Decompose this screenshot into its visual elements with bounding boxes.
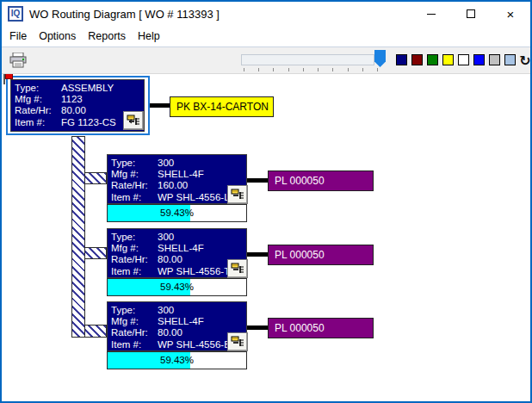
color-swatch-lightblue[interactable] bbox=[504, 54, 516, 65]
operation-node-3[interactable]: Type:300 Mfg #:SHELL-4F Rate/Hr:80.00 It… bbox=[107, 301, 247, 351]
field-value: 1123 bbox=[61, 94, 83, 104]
refresh-icon: ↻ bbox=[519, 53, 530, 69]
field-label: Rate/Hr: bbox=[111, 254, 158, 265]
menu-file[interactable]: File bbox=[3, 28, 33, 45]
material-label: PL 000050 bbox=[275, 175, 325, 187]
wo-routing-diagram-window: IQ WO Routing Diagram [ WO # 113393 ] × … bbox=[0, 0, 532, 403]
field-label: Rate/Hr: bbox=[111, 180, 158, 191]
progress-bar-3: 59.43% bbox=[107, 351, 247, 369]
routing-branch-band-3 bbox=[84, 325, 107, 338]
print-button[interactable] bbox=[7, 51, 29, 70]
zoom-slider-ticks bbox=[244, 68, 378, 71]
material-label: PK BX-14-CARTON bbox=[176, 101, 269, 113]
field-label: Mfg #: bbox=[111, 316, 158, 327]
refresh-button[interactable]: ↻ bbox=[517, 50, 532, 71]
routing-branch-band-2 bbox=[84, 247, 107, 259]
field-value: 80.00 bbox=[158, 254, 182, 264]
progress-label: 59.43% bbox=[108, 352, 246, 369]
field-value: WP SHL-4556-T bbox=[158, 266, 230, 276]
field-label: Type: bbox=[111, 305, 158, 316]
field-label: Mfg #: bbox=[111, 169, 158, 180]
material-connector bbox=[247, 326, 268, 330]
routing-tree-icon bbox=[231, 336, 245, 348]
field-value: WP SHL-4556-B bbox=[158, 339, 231, 350]
material-connector bbox=[247, 178, 268, 183]
material-label: PL 000050 bbox=[275, 322, 325, 334]
field-value: 80.00 bbox=[158, 327, 182, 338]
material-connector bbox=[150, 103, 170, 108]
field-value: ASSEMBLY bbox=[61, 83, 114, 93]
field-label: Type: bbox=[111, 158, 158, 169]
field-value: SHELL-4F bbox=[158, 316, 204, 326]
color-swatch-blue[interactable] bbox=[473, 54, 485, 65]
field-label: Item #: bbox=[111, 266, 158, 277]
material-label: PL 000050 bbox=[275, 249, 325, 261]
color-swatch-green[interactable] bbox=[427, 54, 438, 65]
expand-routing-button[interactable] bbox=[227, 259, 248, 278]
field-value: 300 bbox=[158, 232, 174, 242]
color-swatch-darkred[interactable] bbox=[411, 54, 423, 65]
material-box-pl-2[interactable]: PL 000050 bbox=[268, 245, 374, 265]
field-label: Rate/Hr: bbox=[111, 327, 158, 338]
expand-routing-button[interactable] bbox=[227, 185, 248, 204]
material-box-carton[interactable]: PK BX-14-CARTON bbox=[170, 96, 274, 117]
minimize-icon bbox=[427, 14, 436, 15]
routing-tree-icon bbox=[127, 115, 141, 127]
expand-routing-button[interactable] bbox=[123, 111, 144, 130]
toolbar: ↻ bbox=[2, 46, 530, 74]
field-label: Type: bbox=[15, 83, 61, 94]
routing-trunk-band bbox=[71, 136, 85, 338]
field-value: SHELL-4F bbox=[158, 169, 204, 179]
maximize-button[interactable] bbox=[451, 2, 491, 26]
progress-label: 59.43% bbox=[108, 279, 246, 295]
field-value: 300 bbox=[158, 305, 174, 315]
field-value: 80.00 bbox=[61, 105, 86, 115]
routing-tree-icon bbox=[231, 189, 245, 201]
title-bar: IQ WO Routing Diagram [ WO # 113393 ] × bbox=[2, 2, 530, 26]
menu-reports[interactable]: Reports bbox=[82, 28, 132, 45]
app-icon: IQ bbox=[8, 6, 23, 22]
color-swatch-gray[interactable] bbox=[489, 54, 500, 65]
progress-label: 59.43% bbox=[108, 205, 246, 221]
color-swatch-white[interactable] bbox=[458, 54, 469, 65]
field-label: Item #: bbox=[111, 192, 158, 203]
routing-tree-icon bbox=[231, 263, 245, 275]
material-box-pl-1[interactable]: PL 000050 bbox=[268, 170, 374, 191]
operation-node-1[interactable]: Type:300 Mfg #:SHELL-4F Rate/Hr:160.00 I… bbox=[107, 154, 247, 204]
field-value: FG 1123-CS bbox=[61, 117, 116, 127]
close-button[interactable]: × bbox=[491, 2, 530, 26]
field-label: Rate/Hr: bbox=[15, 105, 61, 116]
close-icon: × bbox=[507, 8, 515, 21]
color-swatch-navy[interactable] bbox=[396, 54, 407, 65]
field-label: Item #: bbox=[15, 117, 61, 128]
field-value: WP SHL-4556-L bbox=[158, 192, 230, 202]
field-value: SHELL-4F bbox=[158, 243, 204, 253]
color-palette bbox=[396, 54, 516, 65]
zoom-slider-thumb[interactable] bbox=[374, 50, 386, 67]
progress-bar-1: 59.43% bbox=[107, 204, 247, 222]
material-box-pl-3[interactable]: PL 000050 bbox=[268, 318, 374, 338]
minimize-button[interactable] bbox=[411, 2, 451, 26]
operation-node-2[interactable]: Type:300 Mfg #:SHELL-4F Rate/Hr:80.00 It… bbox=[107, 228, 247, 278]
progress-bar-2: 59.43% bbox=[107, 278, 247, 296]
material-connector bbox=[247, 252, 268, 257]
color-swatch-yellow[interactable] bbox=[442, 54, 454, 65]
expand-routing-button[interactable] bbox=[227, 332, 248, 351]
zoom-slider-track[interactable] bbox=[241, 54, 374, 65]
printer-icon bbox=[9, 53, 27, 68]
field-label: Mfg #: bbox=[15, 94, 61, 105]
diagram-canvas: Type:ASSEMBLY Mfg #:1123 Rate/Hr:80.00 I… bbox=[2, 74, 530, 401]
field-label: Type: bbox=[111, 232, 158, 243]
field-label: Item #: bbox=[111, 339, 158, 350]
maximize-icon bbox=[467, 9, 475, 18]
routing-branch-band-1 bbox=[84, 172, 107, 184]
field-value: 160.00 bbox=[158, 180, 188, 190]
window-title: WO Routing Diagram [ WO # 113393 ] bbox=[29, 8, 220, 21]
field-label: Mfg #: bbox=[111, 243, 158, 254]
menu-help[interactable]: Help bbox=[132, 28, 166, 45]
menu-options[interactable]: Options bbox=[33, 28, 82, 45]
field-value: 300 bbox=[158, 158, 174, 168]
menu-bar: File Options Reports Help bbox=[2, 26, 530, 46]
